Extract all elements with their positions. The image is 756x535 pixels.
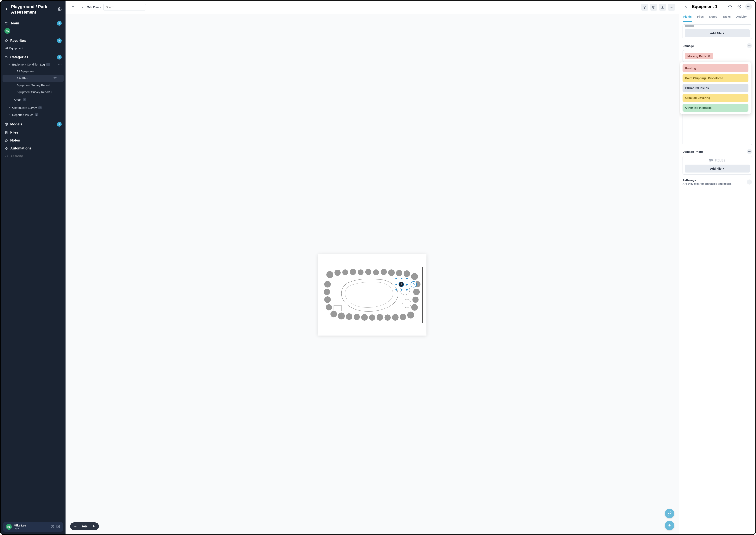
- star-icon[interactable]: [727, 3, 733, 10]
- categories-label: Categories: [10, 55, 28, 59]
- damage-textarea[interactable]: [683, 110, 752, 145]
- map-marker[interactable]: 1: [399, 282, 404, 287]
- field-more-icon[interactable]: [747, 180, 752, 184]
- team-avatar[interactable]: ML: [5, 28, 10, 34]
- category-item-areas[interactable]: Areas 1: [3, 95, 64, 104]
- chevron-right-icon: [8, 113, 11, 117]
- selection-handle[interactable]: [401, 278, 403, 279]
- forward-icon[interactable]: [78, 4, 85, 11]
- selection-handle[interactable]: [406, 284, 408, 285]
- damage-chip-input[interactable]: Missing Parts ✕: [683, 50, 752, 62]
- selection-handle[interactable]: [406, 289, 408, 291]
- svg-point-7: [59, 64, 59, 65]
- filter-icon[interactable]: [641, 4, 648, 11]
- info-icon[interactable]: [650, 4, 657, 11]
- category-item-site-plan[interactable]: Site Plan: [3, 75, 64, 82]
- sidebar-item-automations[interactable]: Automations: [3, 144, 64, 152]
- svg-marker-18: [5, 147, 8, 150]
- sidebar-item-files[interactable]: Files: [3, 128, 64, 136]
- svg-point-11: [59, 78, 59, 78]
- chip-remove-icon[interactable]: ✕: [708, 54, 711, 58]
- tab-fields[interactable]: Fields: [683, 13, 692, 22]
- favorites-section-header[interactable]: Favorites +: [3, 37, 64, 44]
- add-favorite-button[interactable]: +: [57, 39, 62, 43]
- main: Site Plan: [66, 1, 679, 534]
- damage-chip[interactable]: Missing Parts ✕: [685, 53, 713, 59]
- add-fab[interactable]: +: [665, 521, 674, 530]
- add-category-button[interactable]: +: [57, 55, 62, 60]
- category-item-reported-issues[interactable]: Reported Issues 1: [3, 111, 64, 119]
- panel-tabs: Fields Files Notes Tasks Activity: [679, 13, 755, 22]
- add-file-button[interactable]: Add File +: [685, 165, 750, 173]
- refresh-marker-icon[interactable]: ↻: [410, 281, 417, 288]
- menu-icon[interactable]: [70, 4, 76, 11]
- field-label-damage-photo: Damage Photo: [683, 150, 703, 153]
- canvas[interactable]: 1 ↻ − 70% + +: [66, 14, 679, 534]
- field-more-icon[interactable]: [747, 149, 752, 154]
- check-icon[interactable]: [736, 3, 742, 10]
- sidebar-item-models[interactable]: Models +: [3, 120, 64, 128]
- damage-option[interactable]: Paint Chipping / Discolored: [683, 74, 748, 82]
- search-input[interactable]: [103, 4, 146, 11]
- svg-point-57: [354, 314, 360, 320]
- field-sub-pathways: Are they clear of obstacles and debris: [683, 182, 732, 185]
- file-thumbnail[interactable]: [685, 25, 694, 27]
- tab-activity[interactable]: Activity: [736, 13, 747, 22]
- selection-handle[interactable]: [395, 289, 397, 291]
- damage-option[interactable]: Rusting: [683, 64, 748, 72]
- damage-option[interactable]: Cracked Covering: [683, 94, 748, 102]
- categories-section-header[interactable]: Categories +: [3, 53, 64, 61]
- user-avatar[interactable]: ML: [6, 524, 12, 530]
- team-section-header[interactable]: Team +: [3, 19, 64, 27]
- selection-handle[interactable]: [406, 278, 408, 279]
- field-label-pathways: Pathways: [683, 179, 732, 182]
- section-label: Activity: [10, 154, 23, 158]
- selection-handle[interactable]: [401, 289, 403, 291]
- category-label: Reported Issues: [12, 113, 33, 117]
- sidebar-item-notes[interactable]: Notes: [3, 136, 64, 144]
- categories-icon: [5, 56, 8, 59]
- category-item-survey-report-2[interactable]: Equipment Survey Report 2: [3, 89, 64, 95]
- close-panel-button[interactable]: [683, 3, 689, 10]
- category-item-equipment-condition-log[interactable]: Equipment Condition Log 1: [3, 61, 64, 68]
- download-icon[interactable]: [659, 4, 666, 11]
- svg-point-62: [324, 296, 331, 303]
- tab-files[interactable]: Files: [697, 13, 704, 22]
- damage-option[interactable]: Other (fill in details): [683, 104, 748, 112]
- star-icon[interactable]: [53, 76, 57, 80]
- category-item-survey-report[interactable]: Equipment Survey Report: [3, 82, 64, 89]
- add-file-button[interactable]: Add File +: [685, 29, 750, 37]
- zoom-out-button[interactable]: −: [74, 524, 77, 528]
- svg-marker-70: [728, 5, 732, 8]
- link-fab[interactable]: [665, 509, 674, 518]
- tab-notes[interactable]: Notes: [709, 13, 717, 22]
- panel-more-icon[interactable]: [745, 3, 752, 10]
- selection-handle[interactable]: [395, 278, 397, 279]
- user-name: Mike Lee: [14, 524, 26, 527]
- category-badge: 2: [39, 106, 42, 109]
- field-more-icon[interactable]: [747, 43, 752, 48]
- category-label: Community Survey: [12, 106, 37, 109]
- help-icon[interactable]: [50, 524, 54, 529]
- svg-point-43: [396, 270, 402, 276]
- gear-icon[interactable]: [58, 7, 62, 12]
- add-team-button[interactable]: +: [57, 21, 62, 26]
- more-icon[interactable]: [668, 4, 675, 11]
- team-label: Team: [10, 21, 19, 25]
- category-item-community-survey[interactable]: Community Survey 2: [3, 104, 64, 111]
- zoom-in-button[interactable]: +: [92, 524, 96, 528]
- more-icon[interactable]: [58, 76, 62, 80]
- sidebar-item-activity[interactable]: Activity: [3, 152, 64, 160]
- selection-handle[interactable]: [395, 284, 397, 285]
- category-item-all-equipment[interactable]: All Equipment: [3, 68, 64, 75]
- svg-point-13: [61, 78, 62, 78]
- profile-icon[interactable]: [56, 524, 60, 529]
- breadcrumb[interactable]: Site Plan: [87, 6, 101, 9]
- category-more-icon[interactable]: [58, 63, 62, 66]
- favorite-item[interactable]: All Equipment: [3, 44, 64, 52]
- tab-tasks[interactable]: Tasks: [723, 13, 731, 22]
- plus-icon: +: [723, 32, 724, 35]
- back-arrow-icon[interactable]: [5, 7, 9, 12]
- add-model-button[interactable]: +: [57, 122, 62, 127]
- damage-option[interactable]: Structural Issues: [683, 84, 748, 92]
